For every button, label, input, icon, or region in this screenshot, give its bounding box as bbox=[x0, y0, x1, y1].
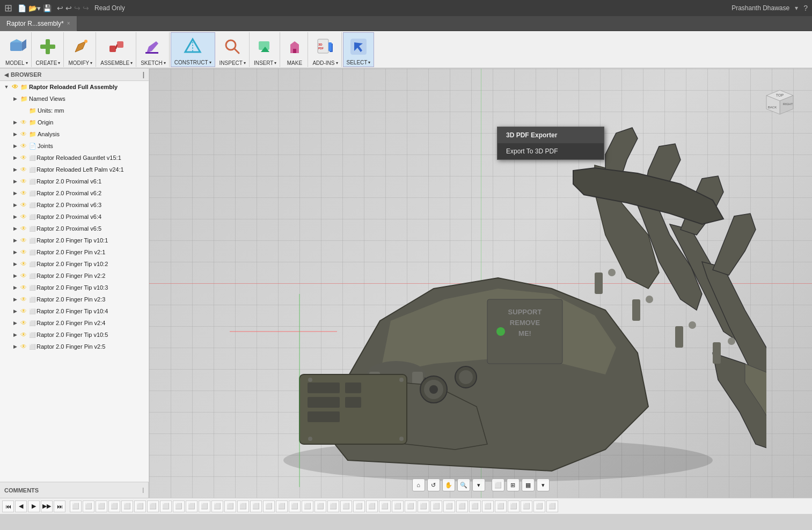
fingerpin2-eye-icon[interactable]: 👁 bbox=[20, 272, 27, 279]
toolbar-model[interactable]: MODEL ▾ bbox=[2, 32, 32, 67]
fingerpin3-eye-icon[interactable]: 👁 bbox=[20, 296, 27, 303]
toolbar-select[interactable]: SELECT ▾ bbox=[343, 32, 375, 67]
toolbar-modify[interactable]: MODIFY ▾ bbox=[65, 32, 96, 67]
tool-btn-23[interactable]: ⬜ bbox=[353, 500, 365, 512]
browser-item-proximal-4[interactable]: ▶ 👁 ⬜ Raptor 2.0 Proximal v6:4 bbox=[0, 211, 149, 223]
tool-btn-5[interactable]: ⬜ bbox=[121, 500, 133, 512]
toolbar-addins[interactable]: 3D PDF ADD-INS ▾ bbox=[309, 32, 341, 67]
undo-step-icon[interactable]: ↩ bbox=[65, 4, 72, 12]
browser-item-fingerpin-1[interactable]: ▶ 👁 ⬜ Raptor 2.0 Finger Pin v2:1 bbox=[0, 246, 149, 258]
proximal4-eye-icon[interactable]: 👁 bbox=[20, 213, 27, 220]
fingerpin4-eye-icon[interactable]: 👁 bbox=[20, 319, 27, 327]
browser-item-fingertip-3[interactable]: ▶ 👁 ⬜ Raptor 2.0 Finger Tip v10:3 bbox=[0, 282, 149, 293]
redo-step-icon[interactable]: ↪ bbox=[83, 4, 89, 12]
nav-home-icon[interactable]: ⌂ bbox=[412, 479, 425, 491]
tool-btn-34[interactable]: ⬜ bbox=[495, 500, 507, 512]
tool-btn-3[interactable]: ⬜ bbox=[96, 500, 107, 512]
toolbar-create[interactable]: CREATE ▾ bbox=[33, 32, 64, 67]
browser-item-fingertip-2[interactable]: ▶ 👁 ⬜ Raptor 2.0 Finger Tip v10:2 bbox=[0, 258, 149, 270]
playback-play-icon[interactable]: ▶ bbox=[28, 500, 40, 512]
tool-btn-20[interactable]: ⬜ bbox=[314, 500, 326, 512]
tool-btn-29[interactable]: ⬜ bbox=[430, 500, 442, 512]
browser-item-units[interactable]: ▶ 📁 Units: mm bbox=[0, 105, 149, 116]
nav-zoom-dropdown[interactable]: ▾ bbox=[472, 479, 485, 491]
active-tab[interactable]: Raptor R...ssembly* × bbox=[0, 16, 77, 31]
tool-btn-6[interactable]: ⬜ bbox=[134, 500, 146, 512]
toolbar-sketch[interactable]: SKETCH ▾ bbox=[137, 32, 170, 67]
tool-btn-21[interactable]: ⬜ bbox=[327, 500, 339, 512]
browser-root-item[interactable]: ▼ 👁 📁 Raptor Reloaded Full Assembly bbox=[0, 81, 149, 93]
toolbar-assemble[interactable]: ASSEMBLE ▾ bbox=[97, 32, 136, 67]
origin-eye-icon[interactable]: 👁 bbox=[20, 119, 27, 126]
fingertip3-eye-icon[interactable]: 👁 bbox=[20, 284, 27, 291]
nav-more-icon[interactable]: ▾ bbox=[537, 479, 550, 491]
fingerpin1-eye-icon[interactable]: 👁 bbox=[20, 248, 27, 256]
open-file-icon[interactable]: 📂▾ bbox=[28, 4, 41, 12]
tool-btn-13[interactable]: ⬜ bbox=[224, 500, 236, 512]
fingertip4-eye-icon[interactable]: 👁 bbox=[20, 307, 27, 315]
browser-item-fingerpin-3[interactable]: ▶ 👁 ⬜ Raptor 2.0 Finger Pin v2:3 bbox=[0, 293, 149, 305]
tool-btn-17[interactable]: ⬜ bbox=[276, 500, 288, 512]
tool-btn-32[interactable]: ⬜ bbox=[469, 500, 481, 512]
tool-btn-24[interactable]: ⬜ bbox=[366, 500, 378, 512]
tool-btn-22[interactable]: ⬜ bbox=[340, 500, 352, 512]
browser-item-left-palm[interactable]: ▶ 👁 ⬜ Raptor Reloaded Left Palm v24:1 bbox=[0, 164, 149, 175]
tool-btn-28[interactable]: ⬜ bbox=[418, 500, 429, 512]
browser-item-proximal-1[interactable]: ▶ 👁 ⬜ Raptor 2.0 Proximal v6:1 bbox=[0, 175, 149, 187]
tool-btn-33[interactable]: ⬜ bbox=[482, 500, 494, 512]
nav-pan-icon[interactable]: ✋ bbox=[442, 479, 455, 491]
help-button[interactable]: ? bbox=[803, 4, 808, 12]
3d-viewport[interactable]: 3D PDF Exporter Export To 3D PDF SUPPORT bbox=[149, 69, 812, 498]
toolbar-insert[interactable]: INSERT ▾ bbox=[251, 32, 281, 67]
nav-display-icon[interactable]: ⬜ bbox=[492, 479, 504, 491]
tool-btn-30[interactable]: ⬜ bbox=[443, 500, 455, 512]
tool-btn-9[interactable]: ⬜ bbox=[173, 500, 185, 512]
tab-close-button[interactable]: × bbox=[67, 20, 70, 26]
browser-pin-icon[interactable]: | bbox=[143, 71, 144, 78]
proximal1-eye-icon[interactable]: 👁 bbox=[20, 178, 27, 185]
playback-prev-icon[interactable]: ◀ bbox=[15, 500, 27, 512]
tool-btn-14[interactable]: ⬜ bbox=[237, 500, 249, 512]
nav-grid-icon[interactable]: ⊞ bbox=[507, 479, 520, 491]
tool-btn-37[interactable]: ⬜ bbox=[533, 500, 545, 512]
browser-item-gauntlet[interactable]: ▶ 👁 ⬜ Raptor Reloaded Gauntlet v15:1 bbox=[0, 152, 149, 164]
fingertip2-eye-icon[interactable]: 👁 bbox=[20, 260, 27, 268]
toolbar-construct[interactable]: CONSTRUCT ▾ bbox=[171, 32, 215, 67]
playback-start-icon[interactable]: ⏮ bbox=[2, 500, 14, 512]
browser-item-proximal-2[interactable]: ▶ 👁 ⬜ Raptor 2.0 Proximal v6:2 bbox=[0, 187, 149, 199]
toolbar-make[interactable]: MAKE bbox=[281, 32, 308, 67]
fingertip5-eye-icon[interactable]: 👁 bbox=[20, 331, 27, 338]
tool-btn-25[interactable]: ⬜ bbox=[379, 500, 391, 512]
save-icon[interactable]: 💾 bbox=[43, 4, 52, 12]
tool-btn-12[interactable]: ⬜ bbox=[211, 500, 223, 512]
browser-item-fingerpin-5[interactable]: ▶ 👁 ⬜ Raptor 2.0 Finger Pin v2:5 bbox=[0, 341, 149, 352]
new-file-icon[interactable]: 📄 bbox=[18, 4, 26, 12]
tool-btn-1[interactable]: ⬜ bbox=[70, 500, 82, 512]
fingertip1-eye-icon[interactable]: 👁 bbox=[20, 237, 27, 244]
browser-item-origin[interactable]: ▶ 👁 📁 Origin bbox=[0, 116, 149, 128]
menu-item-export-3d-pdf[interactable]: Export To 3D PDF bbox=[498, 143, 604, 159]
toolbar-inspect[interactable]: INSPECT ▾ bbox=[216, 32, 250, 67]
proximal3-eye-icon[interactable]: 👁 bbox=[20, 201, 27, 209]
browser-item-fingerpin-4[interactable]: ▶ 👁 ⬜ Raptor 2.0 Finger Pin v2:4 bbox=[0, 317, 149, 329]
tool-btn-38[interactable]: ⬜ bbox=[546, 500, 558, 512]
tool-btn-18[interactable]: ⬜ bbox=[289, 500, 301, 512]
fingerpin5-eye-icon[interactable]: 👁 bbox=[20, 343, 27, 350]
tool-btn-11[interactable]: ⬜ bbox=[199, 500, 210, 512]
menu-item-pdf-exporter[interactable]: 3D PDF Exporter bbox=[498, 127, 604, 143]
playback-end-icon[interactable]: ⏭ bbox=[54, 500, 65, 512]
proximal2-eye-icon[interactable]: 👁 bbox=[20, 189, 27, 197]
nav-layout-icon[interactable]: ▦ bbox=[522, 479, 535, 491]
view-cube[interactable]: TOP RIGHT BACK bbox=[758, 79, 801, 122]
tool-btn-27[interactable]: ⬜ bbox=[405, 500, 416, 512]
user-dropdown-icon[interactable]: ▾ bbox=[795, 4, 798, 12]
tool-btn-10[interactable]: ⬜ bbox=[186, 500, 197, 512]
tool-btn-15[interactable]: ⬜ bbox=[250, 500, 262, 512]
redo-icon[interactable]: ↪ bbox=[74, 4, 81, 12]
gauntlet-eye-icon[interactable]: 👁 bbox=[20, 154, 27, 161]
browser-item-proximal-3[interactable]: ▶ 👁 ⬜ Raptor 2.0 Proximal v6:3 bbox=[0, 199, 149, 211]
tool-btn-4[interactable]: ⬜ bbox=[108, 500, 120, 512]
browser-collapse-icon[interactable]: ◀ bbox=[4, 72, 9, 78]
tool-btn-7[interactable]: ⬜ bbox=[147, 500, 159, 512]
tool-btn-2[interactable]: ⬜ bbox=[83, 500, 94, 512]
